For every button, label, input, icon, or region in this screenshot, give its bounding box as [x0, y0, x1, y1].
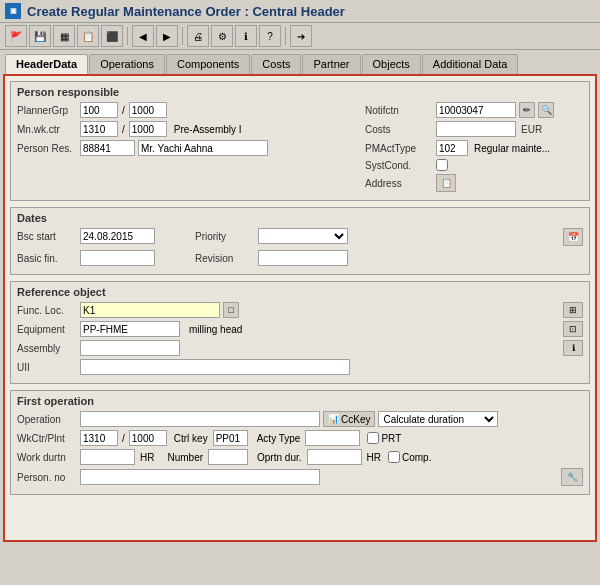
address-icon[interactable]: 📋: [436, 174, 456, 192]
equipment-text: milling head: [189, 324, 242, 335]
operation-field[interactable]: [80, 411, 320, 427]
costs-row: Costs EUR: [365, 121, 583, 137]
ref-icon1[interactable]: ⊞: [563, 302, 583, 318]
person-res-name-field[interactable]: [138, 140, 268, 156]
notifctn-info-icon[interactable]: 🔍: [538, 102, 554, 118]
func-loc-label: Func. Loc.: [17, 305, 77, 316]
separator-3: [285, 27, 286, 45]
pmacttype-row: PMActType Regular mainte...: [365, 140, 583, 156]
bsc-start-field[interactable]: [80, 228, 155, 244]
prt-checkbox[interactable]: [367, 432, 379, 444]
uii-field[interactable]: [80, 359, 350, 375]
systcond-checkbox[interactable]: [436, 159, 448, 171]
tab-components[interactable]: Components: [166, 54, 250, 74]
config-button[interactable]: ⚙: [211, 25, 233, 47]
assembly-field[interactable]: [80, 340, 180, 356]
wkctr-plnt-label: WkCtr/Plnt: [17, 433, 77, 444]
print-button[interactable]: 🖨: [187, 25, 209, 47]
person-res-field[interactable]: [80, 140, 135, 156]
person-no-action-icon[interactable]: 🔧: [561, 468, 583, 486]
ref-icon3[interactable]: ℹ: [563, 340, 583, 356]
work-durtn-label: Work durtn: [17, 452, 77, 463]
tab-bar: HeaderData Operations Components Costs P…: [0, 50, 600, 74]
wkctr-field[interactable]: [80, 430, 118, 446]
copy-button[interactable]: 📋: [77, 25, 99, 47]
ctrl-key-field[interactable]: [213, 430, 248, 446]
dates-calendar-icon[interactable]: 📅: [563, 228, 583, 246]
person-res-label: Person Res.: [17, 143, 77, 154]
comp-checkbox[interactable]: [388, 451, 400, 463]
plnt-field[interactable]: [129, 430, 167, 446]
work-durtn-field[interactable]: [80, 449, 135, 465]
first-operation-title: First operation: [17, 395, 583, 407]
help-button[interactable]: ?: [259, 25, 281, 47]
tab-headerdata[interactable]: HeaderData: [5, 54, 88, 74]
assembly-label: Assembly: [17, 343, 77, 354]
separator-2: [182, 27, 183, 45]
reference-object-title: Reference object: [17, 286, 583, 298]
revision-field[interactable]: [258, 250, 348, 266]
planner-grp-label: PlannerGrp: [17, 105, 77, 116]
basic-fin-field[interactable]: [80, 250, 155, 266]
first-operation-section: First operation Operation 📊 CcKey Calcul…: [10, 390, 590, 495]
func-loc-field[interactable]: [80, 302, 220, 318]
person-no-label: Person. no: [17, 472, 77, 483]
priority-select[interactable]: [258, 228, 348, 244]
tab-additional-data[interactable]: Additional Data: [422, 54, 519, 74]
number-field[interactable]: [208, 449, 248, 465]
arrow-button[interactable]: ➔: [290, 25, 312, 47]
notifctn-row: Notifctn ✏ 🔍: [365, 102, 583, 118]
slash-2: /: [121, 124, 126, 135]
save-button[interactable]: 💾: [29, 25, 51, 47]
mn-wk-ctr-row: Mn.wk.ctr / Pre-Assembly I: [17, 121, 357, 137]
assembly-row: Assembly: [17, 340, 563, 356]
title-bar: ▣ Create Regular Maintenance Order : Cen…: [0, 0, 600, 23]
tab-costs[interactable]: Costs: [251, 54, 301, 74]
tab-operations[interactable]: Operations: [89, 54, 165, 74]
bsc-start-label: Bsc start: [17, 231, 77, 242]
notifctn-edit-icon[interactable]: ✏: [519, 102, 535, 118]
wkctr-plnt-row: WkCtr/Plnt / Ctrl key Acty Type PRT: [17, 430, 583, 446]
planner-grp-field2[interactable]: [129, 102, 167, 118]
operation-row: Operation 📊 CcKey Calculate duration: [17, 411, 583, 427]
acty-type-field[interactable]: [305, 430, 360, 446]
bsc-start-row: Bsc start: [17, 228, 155, 244]
calc-duration-select[interactable]: Calculate duration: [378, 411, 498, 427]
currency-label: EUR: [521, 124, 542, 135]
costs-label: Costs: [365, 124, 433, 135]
mn-wk-ctr-label: Mn.wk.ctr: [17, 124, 77, 135]
mn-wk-ctr-field2[interactable]: [129, 121, 167, 137]
pmacttype-field[interactable]: [436, 140, 468, 156]
planner-grp-field1[interactable]: [80, 102, 118, 118]
flag-button[interactable]: 🚩: [5, 25, 27, 47]
person-res-row: Person Res.: [17, 140, 357, 156]
equipment-field[interactable]: [80, 321, 180, 337]
uii-label: UII: [17, 362, 77, 373]
toolbar: 🚩 💾 ▦ 📋 ⬛ ◀ ▶ 🖨 ⚙ ℹ ? ➔: [0, 23, 600, 50]
ref-icon2[interactable]: ⊡: [563, 321, 583, 337]
costs-field[interactable]: [436, 121, 516, 137]
info-button[interactable]: ℹ: [235, 25, 257, 47]
mn-wk-ctr-field1[interactable]: [80, 121, 118, 137]
revision-row: Revision: [195, 250, 348, 266]
work-unit-label: HR: [140, 452, 154, 463]
func-loc-browse-icon[interactable]: □: [223, 302, 239, 318]
address-row: Address 📋: [365, 174, 583, 192]
person-no-field[interactable]: [80, 469, 320, 485]
oprtn-dur-field[interactable]: [307, 449, 362, 465]
grid-button[interactable]: ▦: [53, 25, 75, 47]
systcond-label: SystCond.: [365, 160, 433, 171]
equipment-row: Equipment milling head: [17, 321, 563, 337]
nav-right-button[interactable]: ▶: [156, 25, 178, 47]
prt-label: PRT: [381, 433, 401, 444]
acty-type-label: Acty Type: [257, 433, 301, 444]
work-durtn-row: Work durtn HR Number Oprtn dur. HR Comp.: [17, 449, 583, 465]
revision-label: Revision: [195, 253, 255, 264]
notifctn-field[interactable]: [436, 102, 516, 118]
filter-button[interactable]: ⬛: [101, 25, 123, 47]
tab-objects[interactable]: Objects: [362, 54, 421, 74]
nav-left-button[interactable]: ◀: [132, 25, 154, 47]
cckey-button[interactable]: 📊 CcKey: [323, 411, 375, 427]
separator-1: [127, 27, 128, 45]
tab-partner[interactable]: Partner: [302, 54, 360, 74]
